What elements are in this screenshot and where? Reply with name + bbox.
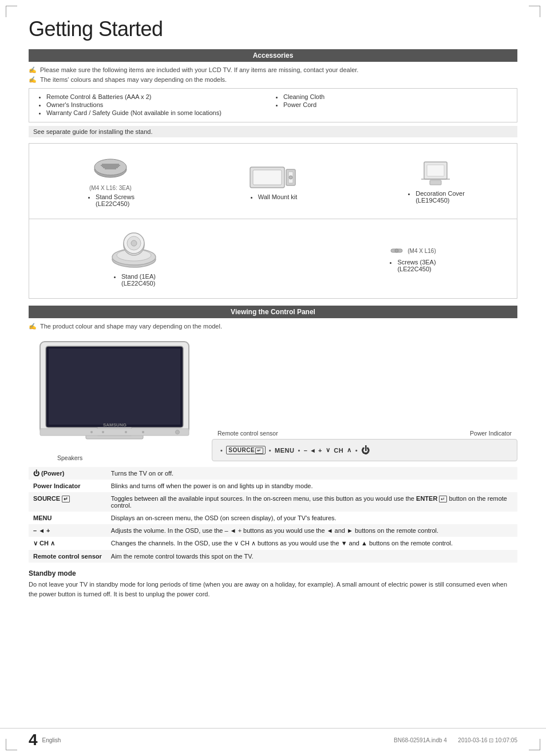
svg-point-24 xyxy=(395,249,398,252)
table-cell-symbol: ⏻ (Power) xyxy=(29,467,106,480)
decoration-cover-icon xyxy=(416,159,456,188)
table-cell-symbol: Remote control sensor xyxy=(29,550,106,563)
svg-point-35 xyxy=(142,431,144,433)
svg-rect-13 xyxy=(427,165,444,176)
table-cell-desc: Changes the channels. In the OSD, use th… xyxy=(106,537,517,550)
table-row: SOURCE ↵ Toggles between all the availab… xyxy=(29,492,517,512)
svg-point-11 xyxy=(289,176,292,179)
accessories-col-left: Remote Control & Batteries (AAA x 2) Own… xyxy=(36,93,273,117)
control-panel-table: ⏻ (Power) Turns the TV on or off. Power … xyxy=(29,467,517,563)
svg-rect-27 xyxy=(49,349,180,425)
stand-icon xyxy=(105,231,163,271)
table-row: – ◄ + Adjusts the volume. In the OSD, us… xyxy=(29,524,517,537)
table-row: ∨ CH ∧ Changes the channels. In the OSD,… xyxy=(29,537,517,550)
tv-illustration: SAMSUNG Speakers xyxy=(29,336,200,461)
note-icon-1: ✍ xyxy=(29,66,38,74)
page-number: 4 xyxy=(29,732,38,748)
acc-item-stand-screws: (M4 X L16: 3EA) Stand Screws(LE22C450) xyxy=(29,151,192,212)
svg-rect-8 xyxy=(253,170,282,185)
standby-title: Standby mode xyxy=(29,569,517,577)
table-row: MENU Displays an on-screen menu, the OSD… xyxy=(29,512,517,524)
table-cell-symbol: – ◄ + xyxy=(29,524,106,537)
acc-item-wall-mount: Wall Mount kit xyxy=(192,158,354,205)
accessories-row-2: Stand (1EA)(LE22C450) (M4 X L16) Screws … xyxy=(29,219,517,298)
tv-svg: SAMSUNG xyxy=(29,336,200,450)
corner-mark-tr xyxy=(529,6,540,17)
svg-point-1 xyxy=(94,159,126,175)
screws3-icon xyxy=(388,245,405,256)
stand-screws-icon xyxy=(90,155,130,184)
acc-item-stand: Stand (1EA)(LE22C450) xyxy=(29,226,239,291)
ch-down-symbol: ∨ xyxy=(326,446,331,454)
svg-point-33 xyxy=(102,431,104,433)
table-cell-symbol: ∨ CH ∧ xyxy=(29,537,106,550)
control-bar-labels: Remote control sensor Power Indicator xyxy=(212,430,517,437)
accessories-note1: ✍ Please make sure the following items a… xyxy=(29,66,517,74)
acc-item-decoration-cover: Decoration Cover(LE19C450) xyxy=(354,155,517,208)
svg-point-22 xyxy=(131,240,137,246)
svg-rect-31 xyxy=(40,429,189,436)
list-item: Power Cord xyxy=(283,101,510,108)
table-cell-desc: Aim the remote control towards this spot… xyxy=(106,550,517,563)
table-row: Remote control sensor Aim the remote con… xyxy=(29,550,517,563)
page-title: Getting Started xyxy=(29,17,517,41)
source-symbol: SOURCE↵ xyxy=(226,446,265,454)
standby-section: Standby mode Do not leave your TV in sta… xyxy=(29,569,517,599)
remote-sensor-label: Remote control sensor xyxy=(217,430,278,437)
language-label: English xyxy=(42,737,61,743)
control-panel-section-header: Viewing the Control Panel xyxy=(29,306,517,318)
table-cell-desc: Turns the TV on or off. xyxy=(106,467,517,480)
accessories-list-box: Remote Control & Batteries (AAA x 2) Own… xyxy=(29,88,517,122)
table-cell-symbol: SOURCE ↵ xyxy=(29,492,106,512)
accessories-col-right: Cleaning Cloth Power Cord xyxy=(273,93,510,117)
accessories-section-header: Accessories xyxy=(29,49,517,62)
table-cell-desc: Displays an on-screen menu, the OSD (on … xyxy=(106,512,517,524)
note-icon-2: ✍ xyxy=(29,76,38,84)
list-item: Cleaning Cloth xyxy=(283,93,510,100)
dot-1: • xyxy=(220,447,223,454)
stand-note: See separate guide for installing the st… xyxy=(29,126,517,137)
list-item: Remote Control & Batteries (AAA x 2) xyxy=(46,93,273,100)
accessories-note2: ✍ The items' colours and shapes may vary… xyxy=(29,76,517,84)
footer-right: BN68-02591A.indb 4 2010-03-16 ⊡ 10:07:05 xyxy=(394,737,517,743)
table-cell-desc: Adjusts the volume. In the OSD, use the … xyxy=(106,524,517,537)
ch-symbol: CH xyxy=(334,447,343,454)
table-row: Power Indicator Blinks and turns off whe… xyxy=(29,480,517,492)
dot-3: • xyxy=(298,447,300,454)
acc-item-screws3: (M4 X L16) Screws (3EA)(LE22C450) xyxy=(307,240,517,277)
svg-rect-14 xyxy=(430,180,441,185)
accessories-images-box: (M4 X L16: 3EA) Stand Screws(LE22C450) xyxy=(29,143,517,299)
file-info: BN68-02591A.indb 4 xyxy=(394,737,447,743)
note-icon-3: ✍ xyxy=(29,323,38,330)
tv-controls-diagram: Remote control sensor Power Indicator • … xyxy=(200,430,517,461)
table-cell-desc: Toggles between all the available input … xyxy=(106,492,517,512)
table-cell-symbol: Power Indicator xyxy=(29,480,106,492)
control-bar: • SOURCE↵ • MENU • – ◄ + ∨ CH ∧ • ⏻ xyxy=(212,439,517,461)
power-btn-symbol: ⏻ xyxy=(361,445,370,455)
page-number-box: 4 English xyxy=(29,732,61,748)
list-item: Owner's Instructions xyxy=(46,101,273,108)
menu-symbol: MENU xyxy=(275,447,294,454)
standby-text: Do not leave your TV in standby mode for… xyxy=(29,580,517,599)
svg-text:SAMSUNG: SAMSUNG xyxy=(103,422,126,428)
accessories-row-1: (M4 X L16: 3EA) Stand Screws(LE22C450) xyxy=(29,144,517,219)
speakers-label: Speakers xyxy=(57,454,200,461)
power-indicator-label: Power Indicator xyxy=(470,430,512,437)
page-footer: 4 English BN68-02591A.indb 4 2010-03-16 … xyxy=(0,728,546,748)
table-row: ⏻ (Power) Turns the TV on or off. xyxy=(29,467,517,480)
dot-2: • xyxy=(269,447,271,454)
table-cell-desc: Blinks and turns off when the power is o… xyxy=(106,480,517,492)
svg-point-36 xyxy=(176,430,180,434)
corner-mark-tl xyxy=(6,6,17,17)
date-info: 2010-03-16 ⊡ 10:07:05 xyxy=(458,737,517,743)
dot-4: • xyxy=(355,447,358,454)
table-cell-symbol: MENU xyxy=(29,512,106,524)
tv-diagram-area: SAMSUNG Speakers Remote control sensor P… xyxy=(29,336,517,461)
ch-up-symbol: ∧ xyxy=(347,446,352,454)
svg-point-34 xyxy=(125,431,127,433)
svg-point-32 xyxy=(90,431,93,433)
vol-symbol: – ◄ + xyxy=(304,447,322,454)
list-item: Warranty Card / Safety Guide (Not availa… xyxy=(46,109,273,116)
control-panel-note: ✍ The product colour and shape may vary … xyxy=(29,323,517,330)
wall-mount-icon xyxy=(247,163,299,191)
